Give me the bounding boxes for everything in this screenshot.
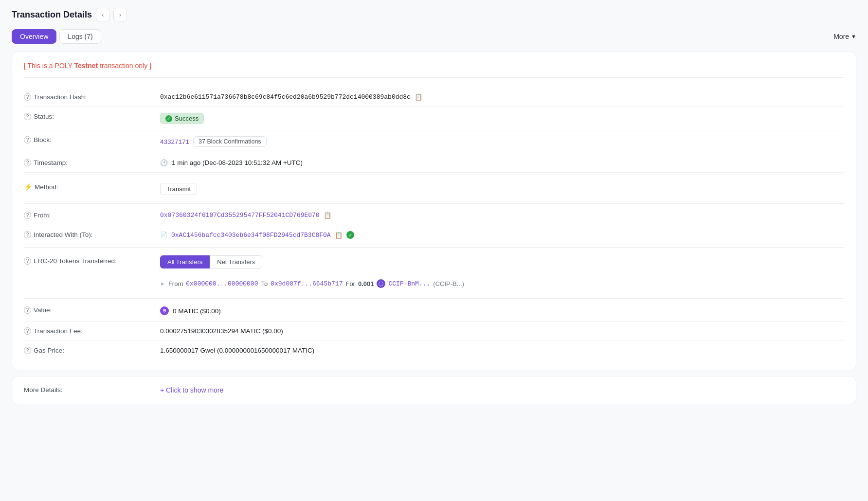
show-more-link[interactable]: + Click to show more [160,386,223,394]
erc20-label-text: ERC-20 Tokens Transferred: [34,257,117,265]
gas-price-label: ? Gas Price: [24,347,160,354]
more-details-value: + Click to show more [160,386,844,394]
timestamp-help-icon[interactable]: ? [24,159,31,166]
status-label: ? Status: [24,113,160,120]
testnet-prefix: [ This is a [24,62,55,70]
from-address-link[interactable]: 0x07360324f6107Cd355295477FF52041CD769E0… [160,212,320,219]
testnet-banner: [ This is a POLY Testnet transaction onl… [24,62,844,78]
tx-fee-label: ? Transaction Fee: [24,327,160,335]
to-label-text: Interacted With (To): [34,231,93,238]
page-title: Transaction Details [12,10,92,20]
value-label-text: Value: [34,306,52,314]
tx-hash-label-text: Transaction Hash: [34,93,87,101]
value-value: ⛨ 0 MATIC ($0.00) [160,306,844,315]
section-divider-3 [24,247,844,248]
more-details-label-text: More Details: [24,386,63,394]
token-name-link[interactable]: CCIP-BnM... [388,280,430,287]
transfer-amount: 0.001 [358,280,374,287]
block-label: ? Block: [24,136,160,143]
from-help-icon[interactable]: ? [24,212,31,219]
method-badge: Transmit [160,183,197,195]
erc20-help-icon[interactable]: ? [24,257,31,265]
transfer-tabs-container: All Transfers Net Transfers [160,255,262,268]
net-transfers-tab[interactable]: Net Transfers [210,255,262,268]
value-text: 0 MATIC ($0.00) [173,307,221,315]
timestamp-label-text: Timestamp: [34,159,68,166]
status-row: ? Status: ✓ Success [24,107,844,130]
to-copy-icon[interactable]: 📋 [335,232,343,239]
testnet-suffix: transaction only ] [98,62,151,70]
more-details-card: More Details: + Click to show more [12,376,856,404]
to-row: ? Interacted With (To): 📄 0xAC1456bafcc3… [24,225,844,245]
erc20-label: ? ERC-20 Tokens Transferred: [24,255,160,265]
method-value: Transmit [160,183,844,195]
status-label-text: Status: [34,113,54,120]
from-copy-icon[interactable]: 📋 [324,212,331,219]
tab-overview[interactable]: Overview [12,29,56,44]
status-value: ✓ Success [160,113,844,124]
token-full-name: (CCIP-B...) [433,280,464,287]
tx-fee-label-text: Transaction Fee: [34,327,83,335]
tx-hash-row: ? Transaction Hash: 0xac12b6e611571a7366… [24,88,844,107]
tabs-row: Overview Logs (7) More ▼ [12,29,856,44]
tx-fee-row: ? Transaction Fee: 0.0002751903030283529… [24,322,844,341]
transfer-to-address[interactable]: 0x9d087f...6645b717 [271,280,343,287]
tx-hash-help-icon[interactable]: ? [24,93,31,101]
nav-forward-button[interactable]: › [113,8,127,21]
confirmations-badge: 37 Block Confirmations [193,136,267,147]
tx-hash-value: 0xac12b6e611571a736678b8c69c84f5c6ed20a6… [160,93,844,101]
value-row: ? Value: ⛨ 0 MATIC ($0.00) [24,301,844,322]
value-label: ? Value: [24,306,160,314]
more-details-row: More Details: + Click to show more [24,386,844,394]
timestamp-label: ? Timestamp: [24,159,160,166]
testnet-network: Testnet [74,62,98,70]
tx-fee-text: 0.00027519030302835294 MATIC ($0.00) [160,327,283,335]
to-verified-icon: ✓ [346,231,354,239]
method-row: ⚡ Method: Transmit [24,177,844,201]
nav-back-button[interactable]: ‹ [96,8,109,21]
transaction-details-card: [ This is a POLY Testnet transaction onl… [12,52,856,370]
from-row: ? From: 0x07360324f6107Cd355295477FF5204… [24,206,844,225]
tx-fee-value: 0.00027519030302835294 MATIC ($0.00) [160,327,844,335]
to-address-link[interactable]: 0xAC1456bafcc3403eb6e34f08FD2945cd7B3C8F… [171,232,331,239]
method-label: ⚡ Method: [24,183,160,191]
transfer-for-label: For [345,280,355,287]
tx-hash-copy-icon[interactable]: 📋 [415,93,422,101]
more-dropdown-button[interactable]: More ▼ [833,33,856,40]
transfer-from-label: From [168,280,183,287]
value-help-icon[interactable]: ? [24,306,31,314]
gas-price-row: ? Gas Price: 1.650000017 Gwei (0.0000000… [24,341,844,360]
more-label: More [833,33,849,40]
lightning-icon: ⚡ [24,183,32,191]
erc20-row: ? ERC-20 Tokens Transferred: All Transfe… [24,250,844,296]
gas-price-text: 1.650000017 Gwei (0.000000001650000017 M… [160,347,314,354]
to-label: ? Interacted With (To): [24,231,160,238]
contract-file-icon: 📄 [160,232,167,238]
chevron-down-icon: ▼ [851,34,856,39]
tx-hash-label: ? Transaction Hash: [24,93,160,101]
timestamp-row: ? Timestamp: 🕐 1 min ago (Dec-08-2023 10… [24,153,844,173]
transfer-to-label: To [261,280,268,287]
all-transfers-tab[interactable]: All Transfers [160,255,210,268]
block-number-link[interactable]: 43327171 [160,138,189,145]
timestamp-text: 1 min ago (Dec-08-2023 10:51:32 AM +UTC) [172,159,303,166]
status-help-icon[interactable]: ? [24,113,31,120]
block-help-icon[interactable]: ? [24,136,31,143]
gas-price-value: 1.650000017 Gwei (0.000000001650000017 M… [160,347,844,354]
gas-price-help-icon[interactable]: ? [24,347,31,354]
transfer-expand-icon[interactable]: ► [160,281,165,286]
transfer-from-address[interactable]: 0x000000...00000000 [186,280,258,287]
gas-price-label-text: Gas Price: [34,347,64,354]
to-help-icon[interactable]: ? [24,231,31,238]
matic-icon: ⛨ [160,306,169,315]
testnet-brand: POLY [55,62,72,70]
tx-fee-help-icon[interactable]: ? [24,327,31,335]
timestamp-value: 🕐 1 min ago (Dec-08-2023 10:51:32 AM +UT… [160,159,844,166]
block-value: 43327171 37 Block Confirmations [160,136,844,147]
block-row: ? Block: 43327171 37 Block Confirmations [24,130,844,153]
tab-logs[interactable]: Logs (7) [59,29,101,44]
transfer-row: ► From 0x000000...00000000 To 0x9d087f..… [160,277,464,290]
to-value: 📄 0xAC1456bafcc3403eb6e34f08FD2945cd7B3C… [160,231,844,239]
clock-icon: 🕐 [160,159,168,166]
from-value: 0x07360324f6107Cd355295477FF52041CD769E0… [160,212,844,219]
